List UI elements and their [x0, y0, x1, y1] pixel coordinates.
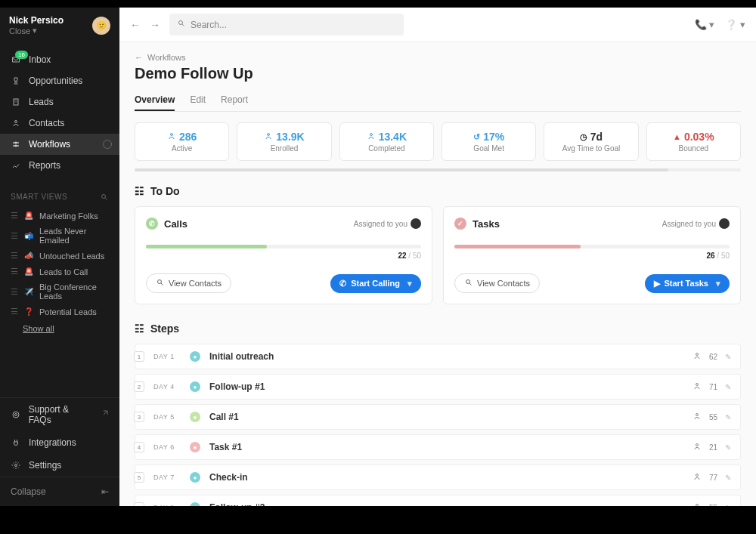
- emoji-icon: ✈️: [24, 288, 33, 296]
- nav-inbox[interactable]: 16 Inbox: [0, 49, 119, 70]
- nav-contacts[interactable]: Contacts: [0, 113, 119, 134]
- nav-label: Opportunities: [29, 76, 82, 86]
- nav-label: Workflows: [29, 139, 70, 150]
- help-dropdown[interactable]: ❔ ▾: [725, 19, 745, 30]
- stat-card-enrolled[interactable]: 13.9KEnrolled: [237, 122, 331, 161]
- smart-view-item[interactable]: ☰📣Untouched Leads: [0, 248, 119, 264]
- search-icon: [156, 278, 165, 289]
- scroll-indicator[interactable]: [135, 168, 741, 171]
- smart-view-item[interactable]: ☰✈️Big Conference Leads: [0, 279, 119, 304]
- tab-report[interactable]: Report: [221, 90, 248, 111]
- phone-icon: ✆: [146, 218, 158, 230]
- external-link-icon: [100, 409, 109, 421]
- search-input[interactable]: Search...: [169, 14, 404, 35]
- assigned-label: Assigned to you: [354, 220, 407, 228]
- start-calling-button[interactable]: ✆ Start Calling ▾: [330, 274, 421, 293]
- start-tasks-label: Start Tasks: [665, 279, 709, 288]
- svg-point-6: [14, 414, 17, 416]
- list-icon: ☰: [11, 307, 18, 316]
- building-icon: [11, 97, 21, 107]
- stat-card-bounced[interactable]: ▲0.03%Bounced: [646, 122, 741, 161]
- breadcrumb[interactable]: ← Workflows: [135, 53, 741, 62]
- smart-view-item[interactable]: ☰🚨Marketing Folks: [0, 208, 119, 224]
- edit-icon[interactable]: ✎: [725, 413, 731, 421]
- svg-point-4: [102, 195, 106, 199]
- list-icon: ☰: [11, 287, 18, 297]
- footer-settings[interactable]: Settings: [0, 454, 119, 477]
- step-number: 6: [134, 502, 144, 506]
- content: ← Workflows Demo Follow Up OverviewEditR…: [119, 42, 756, 506]
- svg-point-1: [15, 121, 17, 123]
- collapse-sidebar[interactable]: Collapse ⇤: [0, 477, 119, 506]
- view-contacts-button[interactable]: View Contacts: [454, 273, 540, 293]
- smart-label: Big Conference Leads: [39, 282, 109, 301]
- calls-title: Calls: [164, 218, 187, 230]
- view-contacts-label: View Contacts: [477, 279, 530, 288]
- step-row[interactable]: 5DAY 7●Check-in77✎: [135, 465, 741, 490]
- assigned-to-you[interactable]: Assigned to you: [354, 218, 421, 229]
- smart-view-item[interactable]: ☰📬Leads Never Emailed: [0, 224, 119, 248]
- smart-view-item[interactable]: ☰❓Potential Leads: [0, 304, 119, 319]
- edit-icon[interactable]: ✎: [725, 353, 731, 361]
- smart-view-item[interactable]: ☰🚨Leads to Call: [0, 264, 119, 279]
- search-placeholder: Search...: [191, 20, 227, 30]
- lifebuoy-icon: [11, 409, 21, 420]
- avatar[interactable]: 🙂: [92, 17, 110, 35]
- stat-card-goal-met[interactable]: ↺17%Goal Met: [442, 122, 536, 161]
- sidebar: Nick Persico Close▾ 🙂 16 Inbox Opportuni…: [0, 8, 119, 506]
- primary-nav: 16 Inbox Opportunities Leads Contacts Wo…: [0, 43, 119, 182]
- step-day: DAY 9: [153, 504, 181, 506]
- search-icon[interactable]: [100, 193, 109, 203]
- stat-label: Goal Met: [447, 144, 531, 153]
- nav-opportunities[interactable]: Opportunities: [0, 70, 119, 91]
- nav-leads[interactable]: Leads: [0, 91, 119, 113]
- stat-card-avg-time-to-goal[interactable]: ◷7dAvg Time to Goal: [544, 122, 638, 161]
- list-icon: ☰: [11, 211, 18, 221]
- tab-edit[interactable]: Edit: [190, 90, 206, 111]
- step-row[interactable]: 4DAY 6●Task #121✎: [135, 434, 741, 460]
- emoji-icon: 📣: [24, 252, 33, 260]
- step-row[interactable]: 1DAY 1●Initial outreach62✎: [135, 344, 741, 369]
- stat-card-completed[interactable]: 13.4KCompleted: [339, 122, 434, 161]
- forward-button[interactable]: →: [150, 19, 160, 31]
- check-icon: ✓: [454, 218, 466, 230]
- stat-card-active[interactable]: 286Active: [135, 122, 229, 161]
- show-all-link[interactable]: Show all: [0, 319, 119, 338]
- assigned-to-you[interactable]: Assigned to you: [662, 218, 730, 229]
- svg-point-15: [696, 384, 698, 386]
- smart-label: Leads to Call: [39, 267, 88, 276]
- search-icon: [177, 19, 186, 30]
- edit-icon[interactable]: ✎: [725, 504, 731, 507]
- smart-views-header: SMART VIEWS: [0, 182, 119, 208]
- svg-point-18: [696, 474, 698, 477]
- svg-point-8: [179, 21, 183, 25]
- phone-dropdown[interactable]: 📞 ▾: [695, 19, 715, 30]
- nav-reports[interactable]: Reports: [0, 155, 119, 176]
- svg-point-16: [696, 414, 698, 416]
- footer-integrations[interactable]: Integrations: [0, 431, 119, 454]
- step-day: DAY 7: [153, 474, 181, 481]
- main: ← → Search... 📞 ▾ ❔ ▾ ← Workflows Demo F…: [119, 8, 756, 506]
- nav-workflows[interactable]: Workflows: [0, 134, 119, 155]
- edit-icon[interactable]: ✎: [725, 443, 731, 452]
- footer-support[interactable]: Support & FAQs: [0, 398, 119, 431]
- edit-icon[interactable]: ✎: [725, 474, 731, 482]
- svg-point-9: [170, 134, 172, 136]
- emoji-icon: 📬: [24, 232, 33, 240]
- back-button[interactable]: ←: [130, 19, 141, 31]
- step-type-icon: ●: [190, 412, 200, 422]
- start-calling-label: Start Calling: [351, 279, 400, 288]
- start-tasks-button[interactable]: ▶ Start Tasks ▾: [645, 274, 730, 293]
- step-number: 2: [134, 381, 144, 392]
- svg-point-3: [15, 145, 17, 147]
- step-count: 77: [709, 474, 717, 482]
- tab-overview[interactable]: Overview: [135, 90, 175, 111]
- collapse-icon: ⇤: [101, 486, 109, 497]
- view-contacts-button[interactable]: View Contacts: [146, 273, 231, 293]
- edit-icon[interactable]: ✎: [725, 383, 731, 391]
- person-icon: [692, 412, 702, 422]
- step-row[interactable]: 2DAY 4●Follow-up #171✎: [135, 374, 741, 400]
- user-menu[interactable]: Nick Persico Close▾ 🙂: [0, 8, 119, 43]
- step-row[interactable]: 3DAY 5●Call #155✎: [135, 404, 741, 430]
- step-row[interactable]: 6DAY 9●Follow-up #255✎: [135, 495, 741, 506]
